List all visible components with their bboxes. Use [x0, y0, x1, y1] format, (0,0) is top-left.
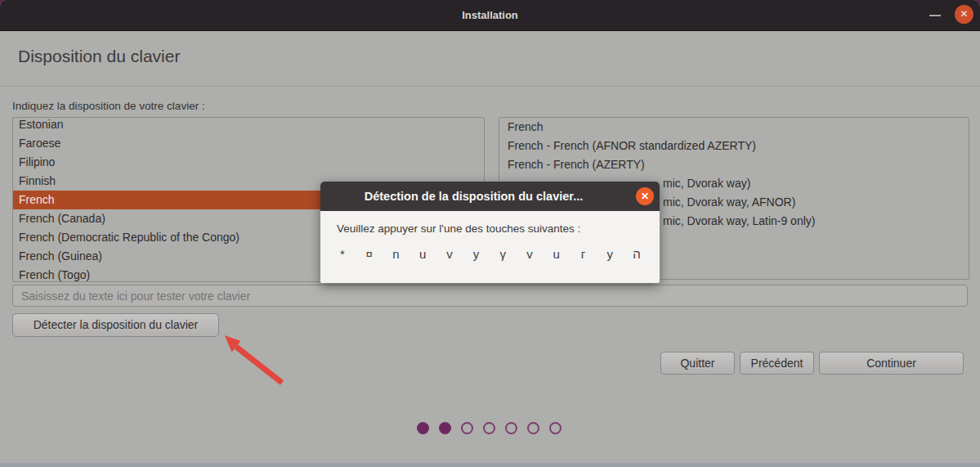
progress-dot-empty: [505, 422, 517, 434]
desktop: Installation ✕ Disposition du clavier In…: [0, 0, 980, 467]
key-choice-char: ה: [632, 247, 642, 261]
window-title: Installation: [0, 0, 980, 30]
key-choice-char: u: [552, 247, 562, 261]
key-choice-char: г: [578, 247, 588, 261]
close-icon: ✕: [960, 8, 968, 20]
detect-layout-button[interactable]: Détecter la disposition du clavier: [12, 313, 219, 337]
back-button[interactable]: Précédent: [740, 352, 814, 375]
dialog-close-icon: ✕: [641, 191, 649, 202]
close-button[interactable]: ✕: [955, 5, 973, 24]
minimize-button[interactable]: [928, 7, 942, 22]
key-choice-char: ¤: [365, 247, 374, 261]
key-choice-char: v: [525, 247, 535, 261]
key-choice-char: y: [605, 247, 615, 261]
annotation-arrow-icon: [204, 326, 302, 395]
window-titlebar[interactable]: Installation ✕: [0, 0, 980, 31]
key-choice-char: y: [472, 247, 481, 261]
variant-list-item[interactable]: French - French (AZERTY): [499, 155, 969, 174]
progress-dot-filled: [439, 422, 451, 434]
dialog-message: Veuillez appuyer sur l'une des touches s…: [337, 222, 580, 235]
header-divider: [0, 86, 980, 87]
dialog-titlebar[interactable]: Détection de la disposition du clavier..…: [320, 182, 660, 211]
layout-list-item[interactable]: Faroese: [13, 134, 484, 153]
minimize-icon: [929, 15, 941, 16]
dialog-close-button[interactable]: ✕: [636, 187, 654, 205]
progress-dot-empty: [527, 422, 539, 434]
continue-button[interactable]: Continuer: [819, 352, 964, 375]
dialog-title: Détection de la disposition du clavier..…: [320, 182, 627, 211]
progress-dot-empty: [461, 422, 473, 434]
key-choice-char: γ: [498, 247, 508, 261]
page-title: Disposition du clavier: [18, 47, 180, 66]
progress-dot-empty: [549, 422, 562, 434]
key-choice-char: v: [445, 247, 454, 261]
dialog-key-choices: *¤nuvyγvuгyה: [338, 247, 642, 261]
key-choice-char: n: [391, 247, 401, 261]
variant-list-item[interactable]: French - French (AFNOR standardized AZER…: [499, 137, 969, 155]
variant-list-item[interactable]: French: [499, 118, 969, 137]
progress-dot-empty: [483, 422, 495, 434]
layout-list-item[interactable]: Filipino: [13, 153, 484, 172]
desktop-panel-strip: [0, 463, 980, 467]
keyboard-instruction-label: Indiquez la disposition de votre clavier…: [12, 100, 205, 112]
key-choice-char: *: [338, 247, 347, 261]
key-choice-char: u: [418, 247, 427, 261]
keyboard-detection-dialog: Détection de la disposition du clavier..…: [320, 182, 660, 283]
layout-list-item[interactable]: Estonian: [13, 117, 484, 134]
installer-window: Installation ✕ Disposition du clavier In…: [0, 0, 980, 463]
progress-dot-filled: [417, 422, 429, 434]
keyboard-test-input[interactable]: [12, 285, 968, 307]
progress-dots: [417, 422, 562, 434]
quit-button[interactable]: Quitter: [660, 352, 735, 375]
